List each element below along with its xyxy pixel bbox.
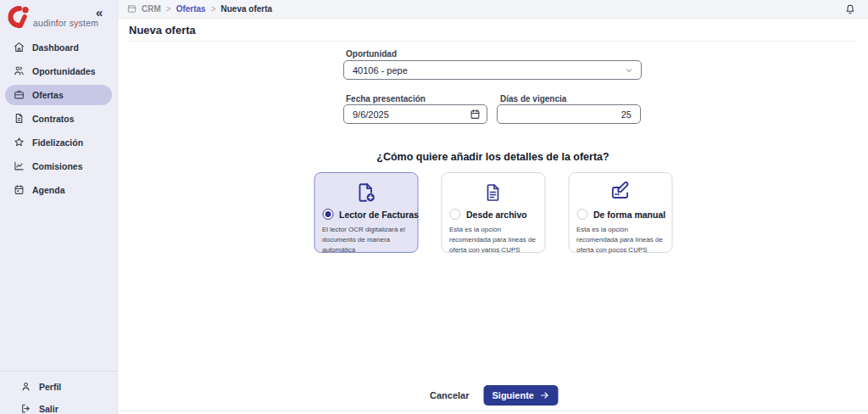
dias-field-wrap [497, 104, 641, 124]
sidebar-item-label: Oportunidades [32, 66, 96, 76]
radio-desde-archivo[interactable] [449, 209, 460, 220]
oportunidad-label: Oportunidad [346, 49, 397, 59]
sidebar-item-oportunidades[interactable]: Oportunidades [5, 61, 112, 81]
option-card-lector-facturas[interactable]: Lector de Facturas El lector OCR digital… [314, 172, 418, 253]
edit-icon [576, 179, 664, 206]
sidebar-nav: Dashboard Oportunidades Ofertas Contrato… [0, 34, 117, 200]
users-icon [14, 65, 25, 78]
arrow-right-icon [539, 390, 549, 400]
breadcrumb-ofertas[interactable]: Ofertas [176, 4, 206, 14]
breadcrumb-separator: > [166, 4, 171, 14]
crm-app-window: audinfor system « Dashboard Oportunidade… [0, 0, 868, 414]
option-title: Desde archivo [466, 210, 527, 220]
sidebar: audinfor system « Dashboard Oportunidade… [0, 0, 118, 414]
chevron-down-icon [625, 66, 633, 75]
sidebar-item-label: Salir [39, 404, 58, 414]
fecha-input[interactable] [344, 105, 470, 123]
brand-name: audinfor system [33, 18, 98, 28]
logout-icon [20, 403, 31, 414]
fecha-field-wrap [343, 104, 487, 124]
sidebar-item-label: Contratos [32, 114, 75, 124]
sidebar-item-label: Perfil [39, 382, 61, 392]
dias-label: Días de vigencia [500, 94, 566, 104]
topbar: CRM > Ofertas > Nueva oferta [118, 0, 868, 19]
next-button-label: Siguiente [492, 390, 534, 400]
briefcase-icon [14, 89, 25, 102]
user-icon [20, 381, 31, 394]
sidebar-item-salir[interactable]: Salir [0, 399, 118, 414]
sidebar-item-agenda[interactable]: Agenda [5, 180, 112, 200]
sidebar-item-label: Ofertas [32, 90, 64, 100]
notifications-bell-icon[interactable] [844, 3, 856, 15]
option-card-desde-archivo[interactable]: Desde archivo Esta es la opción recomend… [441, 172, 545, 253]
sidebar-footer: Perfil Salir [0, 371, 118, 414]
cancel-button[interactable]: Cancelar [428, 387, 470, 404]
breadcrumb-crm[interactable]: CRM [142, 4, 161, 14]
title-divider [129, 41, 856, 42]
details-question: ¿Cómo quiere añadir los detalles de la o… [118, 151, 868, 163]
oportunidad-select[interactable]: 40106 - pepe [343, 60, 642, 80]
fecha-label: Fecha presentación [346, 94, 426, 104]
breadcrumb-current: Nueva oferta [220, 4, 272, 14]
breadcrumb-separator: > [211, 4, 216, 14]
star-icon [14, 137, 25, 149]
page-title: Nueva oferta [129, 24, 196, 36]
sidebar-item-ofertas[interactable]: Ofertas [5, 85, 112, 105]
home-icon [14, 42, 25, 54]
chart-icon [14, 160, 25, 173]
option-card-forma-manual[interactable]: De forma manual Esta es la opción recome… [568, 172, 672, 253]
oportunidad-value: 40106 - pepe [353, 65, 408, 76]
option-title: De forma manual [593, 210, 665, 220]
radio-lector-facturas[interactable] [322, 209, 333, 220]
detail-option-cards: Lector de Facturas El lector OCR digital… [314, 172, 672, 253]
option-description: El lector OCR digitalizará el documento … [322, 225, 409, 255]
file-lines-icon [449, 179, 537, 206]
option-title: Lector de Facturas [339, 210, 419, 220]
main-content: Nueva oferta Oportunidad 40106 - pepe Fe… [118, 19, 868, 414]
option-description: Esta es la opción recomendada para línea… [449, 225, 537, 255]
window-icon [127, 4, 136, 14]
sidebar-item-label: Agenda [32, 185, 65, 195]
calendar-picker-icon[interactable] [470, 109, 481, 120]
sidebar-item-fidelizacion[interactable]: Fidelización [5, 132, 112, 153]
dias-input[interactable] [498, 105, 634, 123]
sidebar-item-label: Dashboard [32, 42, 79, 53]
brand-logo-icon [7, 5, 32, 29]
calendar-icon [14, 184, 25, 197]
next-button[interactable]: Siguiente [483, 385, 558, 406]
sidebar-collapse-icon[interactable]: « [96, 6, 103, 19]
option-description: Esta es la opción recomendada para línea… [576, 225, 664, 255]
sidebar-item-comisiones[interactable]: Comisiones [5, 156, 112, 176]
sidebar-item-label: Comisiones [32, 161, 83, 171]
breadcrumb: CRM > Ofertas > Nueva oferta [127, 4, 272, 14]
footer-actions: Cancelar Siguiente [428, 385, 558, 406]
radio-forma-manual[interactable] [576, 209, 587, 220]
sidebar-item-label: Fidelización [32, 137, 83, 148]
sidebar-item-contratos[interactable]: Contratos [5, 109, 112, 129]
bottom-divider [118, 411, 868, 411]
sidebar-item-dashboard[interactable]: Dashboard [5, 37, 112, 58]
sidebar-item-perfil[interactable]: Perfil [0, 377, 118, 397]
file-plus-icon [322, 179, 409, 206]
document-icon [14, 113, 25, 126]
